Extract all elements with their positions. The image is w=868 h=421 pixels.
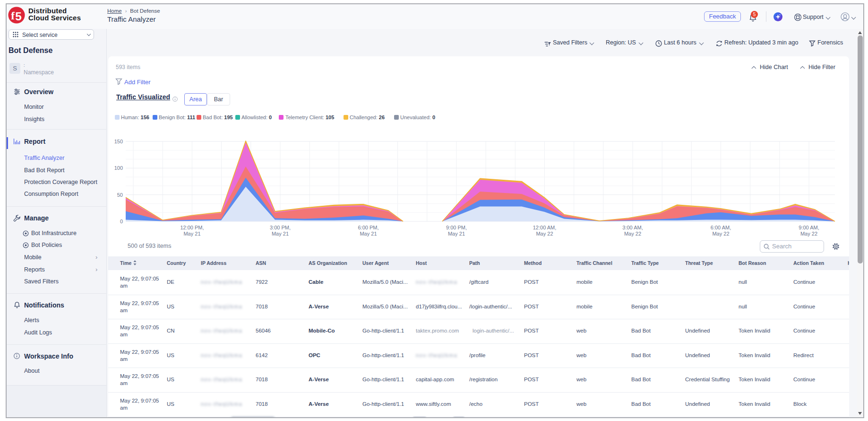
svg-text:f: f (11, 9, 15, 22)
svg-text:May 22: May 22 (536, 231, 553, 237)
svg-text:0: 0 (120, 219, 123, 224)
svg-text:May 21: May 21 (448, 231, 465, 237)
svg-text:May 22: May 22 (800, 231, 817, 237)
svg-text:9:00 PM,: 9:00 PM, (446, 225, 467, 230)
svg-text:50: 50 (117, 192, 123, 198)
svg-text:May 22: May 22 (624, 231, 641, 237)
svg-text:May 21: May 21 (183, 231, 200, 237)
svg-text:150: 150 (114, 139, 123, 144)
svg-text:May 22: May 22 (712, 231, 729, 237)
svg-text:3:00 AM,: 3:00 AM, (622, 225, 643, 230)
svg-text:6:00 AM,: 6:00 AM, (711, 225, 731, 230)
svg-text:100: 100 (114, 165, 123, 171)
svg-text:May 21: May 21 (272, 231, 289, 237)
svg-text:9:00 AM,: 9:00 AM, (799, 225, 819, 230)
svg-text:May 21: May 21 (360, 231, 377, 237)
svg-text:3:00 PM,: 3:00 PM, (270, 225, 291, 230)
svg-text:5: 5 (15, 10, 22, 23)
svg-text:12:00 AM,: 12:00 AM, (533, 225, 557, 230)
svg-text:6:00 PM,: 6:00 PM, (358, 225, 378, 230)
svg-text:12:00 PM,: 12:00 PM, (180, 225, 204, 230)
